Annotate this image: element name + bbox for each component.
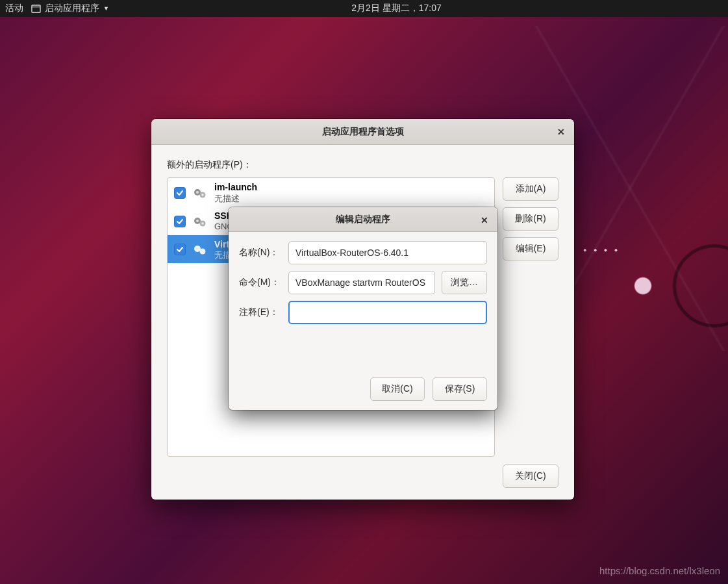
svg-point-7	[196, 220, 199, 222]
list-item[interactable]: im-launch 无描述	[168, 178, 494, 207]
dialog-title: 编辑启动程序	[336, 214, 390, 225]
dialog-titlebar: 编辑启动程序 ✕	[229, 207, 497, 232]
command-label: 命令(M)：	[239, 277, 282, 288]
checkbox[interactable]	[174, 244, 186, 255]
edit-startup-dialog: 编辑启动程序 ✕ 名称(N)： 命令(M)： 浏览… 注释(E)： 取消(C) …	[229, 207, 497, 410]
command-field[interactable]	[288, 271, 435, 294]
remove-button[interactable]: 删除(R)	[503, 207, 559, 231]
app-menu-label: 启动应用程序	[45, 3, 99, 14]
name-field[interactable]	[288, 241, 487, 264]
dropdown-caret-icon: ▼	[103, 5, 109, 12]
close-icon: ✕	[557, 127, 565, 137]
window-title: 启动应用程序首选项	[322, 126, 404, 138]
svg-point-13	[201, 251, 203, 253]
dialog-close-button[interactable]: ✕	[477, 212, 492, 228]
check-icon	[176, 189, 184, 197]
close-icon: ✕	[481, 215, 488, 225]
svg-point-3	[196, 191, 199, 194]
activities-button[interactable]: 活动	[5, 3, 23, 14]
gear-icon	[192, 242, 208, 257]
save-button[interactable]: 保存(S)	[433, 377, 487, 401]
check-icon	[176, 246, 184, 253]
checkbox[interactable]	[174, 216, 186, 227]
window-close-button[interactable]: ✕	[553, 124, 569, 140]
close-button[interactable]: 关闭(C)	[503, 464, 559, 488]
list-item-subtitle: 无描述	[214, 194, 257, 204]
svg-rect-0	[32, 5, 40, 12]
clock: 2月2日 星期二，17:07	[351, 3, 442, 14]
window-titlebar: 启动应用程序首选项 ✕	[151, 119, 574, 145]
comment-label: 注释(E)：	[239, 307, 282, 318]
list-item-title: im-launch	[214, 182, 257, 194]
comment-field[interactable]	[288, 301, 487, 324]
top-bar: 活动 启动应用程序 ▼ 2月2日 星期二，17:07	[0, 0, 728, 17]
section-label: 额外的启动程序(P)：	[167, 159, 559, 171]
check-icon	[176, 218, 184, 225]
browse-button[interactable]: 浏览…	[442, 271, 487, 294]
app-menu-icon	[31, 5, 41, 13]
name-label: 名称(N)：	[239, 247, 282, 259]
wallpaper-dots: ● ● ● ●	[583, 247, 620, 253]
svg-point-5	[201, 194, 203, 196]
gear-icon	[192, 186, 208, 200]
svg-point-11	[196, 248, 199, 250]
svg-point-9	[201, 222, 203, 224]
edit-button[interactable]: 编辑(E)	[503, 237, 559, 260]
add-button[interactable]: 添加(A)	[503, 177, 559, 201]
gear-icon	[192, 214, 208, 229]
desktop: ● ● ● ● 活动 启动应用程序 ▼ 2月2日 星期二，17:07 启动应用程…	[0, 0, 728, 584]
checkbox[interactable]	[174, 187, 186, 199]
cancel-button[interactable]: 取消(C)	[370, 377, 425, 401]
watermark: https://blog.csdn.net/lx3leon	[599, 565, 720, 576]
app-menu-button[interactable]: 启动应用程序 ▼	[31, 3, 109, 14]
